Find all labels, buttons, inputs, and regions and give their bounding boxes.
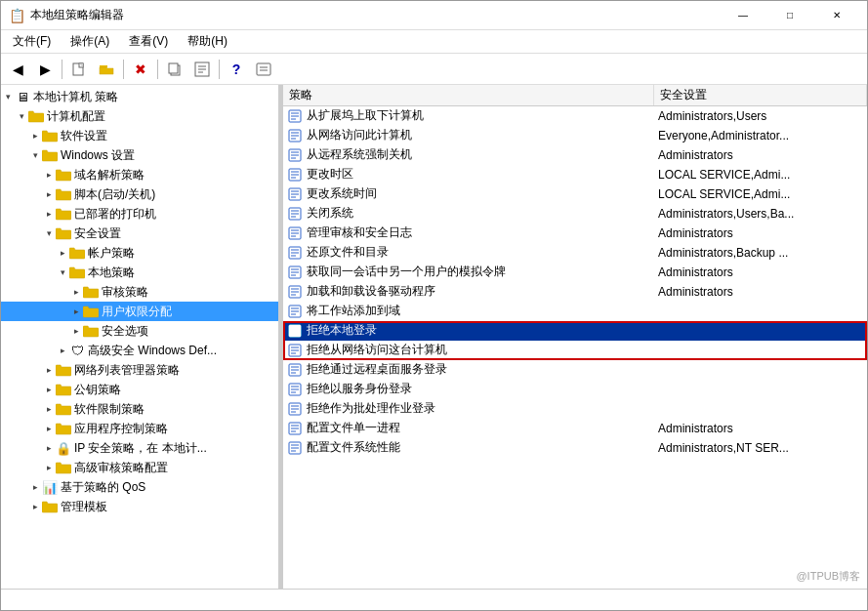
expand-btn-admtemplates[interactable]: ▸ (28, 500, 42, 513)
list-row[interactable]: 从扩展坞上取下计算机Administrators,Users (283, 106, 867, 126)
tree-label-security: 安全设置 (74, 225, 121, 242)
tree-item-printers[interactable]: ▸已部署的打印机 (1, 204, 278, 224)
status-bar (1, 589, 867, 610)
list-row[interactable]: 获取同一会话中另一个用户的模拟令牌Administrators (283, 263, 867, 282)
policy-cell: 从远程系统强制关机 (283, 145, 654, 164)
tree-label-audit: 审核策略 (102, 284, 148, 301)
list-row[interactable]: 管理审核和安全日志Administrators (283, 224, 867, 243)
list-row[interactable]: 还原文件和目录Administrators,Backup ... (283, 243, 867, 263)
list-row[interactable]: 从远程系统强制关机Administrators (283, 145, 867, 165)
expand-btn-appcontrol[interactable]: ▸ (42, 422, 56, 435)
delete-button[interactable]: ✖ (128, 57, 153, 82)
expand-btn-audit[interactable]: ▸ (69, 285, 83, 299)
security-cell (654, 302, 867, 320)
expand-btn-root[interactable]: ▾ (1, 90, 15, 103)
list-row[interactable]: 拒绝以服务身份登录 (283, 380, 867, 399)
list-row[interactable]: 配置文件单一进程Administrators (283, 419, 867, 438)
expand-btn-security[interactable]: ▾ (42, 226, 56, 240)
menu-file[interactable]: 文件(F) (5, 31, 59, 53)
tree-item-account[interactable]: ▸帐户策略 (1, 243, 278, 263)
list-row[interactable]: 拒绝从网络访问这台计算机 (283, 341, 867, 360)
tree-label-pubkey: 公钥策略 (74, 382, 121, 398)
security-cell: LOCAL SERVICE,Admi... (654, 165, 867, 183)
app-icon: 📋 (9, 8, 24, 23)
tree-item-pubkey[interactable]: ▸公钥策略 (1, 380, 278, 399)
policy-cell: 获取同一会话中另一个用户的模拟令牌 (283, 263, 654, 281)
open-button[interactable] (94, 57, 119, 82)
list-row[interactable]: 更改时区LOCAL SERVICE,Admi... (283, 165, 867, 184)
list-row[interactable]: 拒绝本地登录 (283, 321, 867, 341)
security-cell: Administrators (654, 282, 867, 301)
tree-item-computer[interactable]: ▾计算机配置 (1, 106, 278, 126)
expand-btn-qos[interactable]: ▸ (28, 480, 42, 494)
expand-btn-pubkey[interactable]: ▸ (42, 383, 56, 396)
tree-icon-ipsec: 🔒 (56, 440, 71, 456)
minimize-button[interactable]: — (721, 1, 765, 30)
list-row[interactable]: 拒绝通过远程桌面服务登录 (283, 360, 867, 380)
list-row[interactable]: 关闭系统Administrators,Users,Ba... (283, 204, 867, 224)
expand-btn-ipsec[interactable]: ▸ (42, 441, 56, 455)
export-button[interactable] (189, 57, 215, 82)
properties-button[interactable] (251, 57, 276, 82)
list-row[interactable]: 拒绝作为批处理作业登录 (283, 399, 867, 419)
tree-label-dns: 域名解析策略 (74, 167, 145, 183)
tree-item-audit[interactable]: ▸审核策略 (1, 282, 278, 302)
expand-btn-userrights[interactable]: ▸ (69, 305, 83, 318)
tree-item-appcontrol[interactable]: ▸应用程序控制策略 (1, 419, 278, 438)
expand-btn-printers[interactable]: ▸ (42, 207, 56, 221)
security-cell: LOCAL SERVICE,Admi... (654, 184, 867, 203)
expand-btn-software[interactable]: ▸ (28, 129, 42, 143)
tree-item-software[interactable]: ▸软件设置 (1, 126, 278, 145)
copy-button[interactable] (162, 57, 187, 82)
policy-cell: 拒绝作为批处理作业登录 (283, 399, 654, 418)
list-row[interactable]: 将工作站添加到域 (283, 302, 867, 321)
policy-icon (287, 147, 303, 163)
policy-cell: 更改系统时间 (283, 184, 654, 203)
tree-item-netlist[interactable]: ▸网络列表管理器策略 (1, 360, 278, 380)
close-button[interactable]: ✕ (814, 1, 859, 30)
tree-item-security[interactable]: ▾安全设置 (1, 224, 278, 243)
list-row[interactable]: 加载和卸载设备驱动程序Administrators (283, 282, 867, 302)
expand-btn-netlist[interactable]: ▸ (42, 363, 56, 377)
expand-btn-advaudit[interactable]: ▸ (42, 461, 56, 474)
expand-btn-computer[interactable]: ▾ (15, 109, 28, 123)
tree-item-scripts[interactable]: ▸脚本(启动/关机) (1, 184, 278, 204)
header-security[interactable]: 安全设置 (654, 85, 867, 105)
help-button[interactable]: ? (224, 57, 249, 82)
tree-item-root[interactable]: ▾🖥本地计算机 策略 (1, 87, 278, 106)
security-cell: Administrators (654, 224, 867, 242)
policy-icon (287, 284, 303, 300)
list-row[interactable]: 从网络访问此计算机Everyone,Administrator... (283, 126, 867, 145)
tree-item-qos[interactable]: ▸📊基于策略的 QoS (1, 477, 278, 497)
expand-btn-secopts[interactable]: ▸ (69, 324, 83, 338)
expand-btn-scripts[interactable]: ▸ (42, 187, 56, 201)
expand-btn-windef[interactable]: ▸ (56, 344, 69, 357)
back-button[interactable]: ◀ (5, 57, 30, 82)
tree-item-advaudit[interactable]: ▸高级审核策略配置 (1, 458, 278, 477)
menu-help[interactable]: 帮助(H) (180, 31, 235, 53)
tree-item-secopts[interactable]: ▸安全选项 (1, 321, 278, 341)
expand-btn-local[interactable]: ▾ (56, 265, 69, 279)
expand-btn-account[interactable]: ▸ (56, 246, 69, 260)
tree-item-windef[interactable]: ▸🛡高级安全 Windows Def... (1, 341, 278, 360)
expand-btn-windows[interactable]: ▾ (28, 148, 42, 162)
tree-item-admtemplates[interactable]: ▸管理模板 (1, 497, 278, 516)
list-row[interactable]: 更改系统时间LOCAL SERVICE,Admi... (283, 184, 867, 204)
tree-item-windows[interactable]: ▾Windows 设置 (1, 145, 278, 165)
forward-button[interactable]: ▶ (32, 57, 58, 82)
tree-item-dns[interactable]: ▸域名解析策略 (1, 165, 278, 184)
header-policy[interactable]: 策略 (283, 85, 654, 105)
tree-item-ipsec[interactable]: ▸🔒IP 安全策略，在 本地计... (1, 438, 278, 458)
maximize-button[interactable]: □ (767, 1, 812, 30)
tree-item-userrights[interactable]: ▸用户权限分配 (1, 302, 278, 321)
list-row[interactable]: 配置文件系统性能Administrators,NT SER... (283, 438, 867, 458)
tree-item-swrestrict[interactable]: ▸软件限制策略 (1, 399, 278, 419)
security-cell (654, 360, 867, 379)
tree-item-local[interactable]: ▾本地策略 (1, 263, 278, 282)
expand-btn-swrestrict[interactable]: ▸ (42, 402, 56, 416)
tree-icon-secopts (83, 323, 99, 339)
expand-btn-dns[interactable]: ▸ (42, 168, 56, 182)
menu-view[interactable]: 查看(V) (121, 31, 176, 53)
menu-action[interactable]: 操作(A) (62, 31, 117, 53)
new-button[interactable] (66, 57, 92, 82)
